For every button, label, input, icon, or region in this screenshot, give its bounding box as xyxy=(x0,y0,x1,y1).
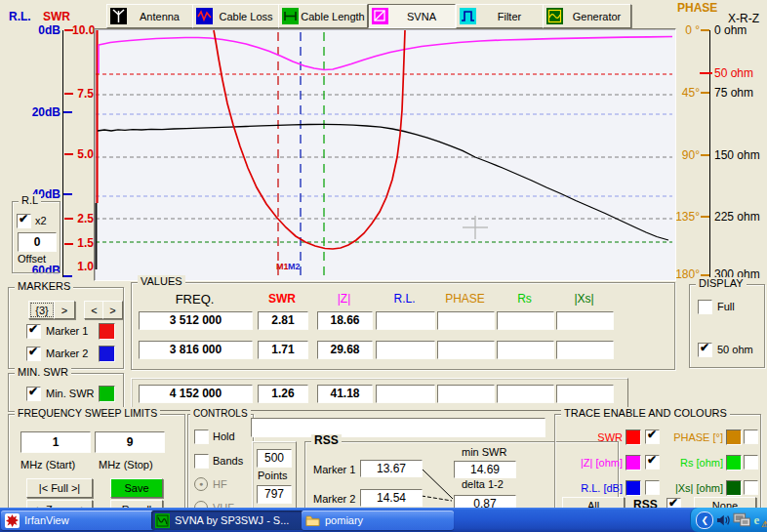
marker2-checkbox[interactable]: ✔ xyxy=(26,347,41,361)
marker2-label: Marker 2 xyxy=(46,348,88,359)
rss-delta-label: delta 1-2 xyxy=(462,478,504,490)
points-current-value: 797 xyxy=(257,485,292,504)
svna-button[interactable]: SVNA xyxy=(368,4,456,28)
antenna-button[interactable]: Antenna xyxy=(106,4,193,28)
trace-phase-label: PHASE [°] xyxy=(661,431,723,443)
volume-icon[interactable] xyxy=(716,513,731,527)
trace-rs-checkbox[interactable] xyxy=(744,455,758,470)
trace-group-title: TRACE ENABLE AND COLOURS xyxy=(561,407,730,420)
trace-rs-swatch[interactable] xyxy=(726,455,742,471)
trace-phase-swatch[interactable] xyxy=(726,430,742,445)
trace-swr-checkbox[interactable]: ✔ xyxy=(645,430,660,444)
display-50ohm-checkbox[interactable]: ✔ xyxy=(698,343,712,357)
trace-rl-swatch[interactable] xyxy=(626,480,641,496)
trace-z-checkbox[interactable]: ✔ xyxy=(645,455,660,470)
min-swr-freq-value: 4 152 000 xyxy=(139,385,253,403)
left-axis-line xyxy=(62,30,63,277)
marker1-rs-value xyxy=(497,311,554,330)
hold-label: Hold xyxy=(213,430,235,442)
right-ohm-labels-tick-label: 225 ohm xyxy=(714,210,760,224)
min-swr-rs-value xyxy=(497,385,554,403)
trace-xs-swatch[interactable] xyxy=(726,480,742,496)
trace-rs-label: Rs [ohm] xyxy=(661,457,723,469)
command-field[interactable] xyxy=(251,418,545,437)
antenna-button-label: Antenna xyxy=(127,11,192,22)
right-deg-labels-tick-label: 45° xyxy=(675,86,700,100)
values-header-swr: SWR xyxy=(258,292,306,306)
taskbar-item-irfanview[interactable]: IrfanView xyxy=(1,511,155,530)
min-swr-rl-value xyxy=(376,385,435,403)
right-axis-line xyxy=(709,30,710,277)
trace-swr-label: SWR xyxy=(564,431,623,443)
rss-marker2-value: 14.54 xyxy=(360,489,423,507)
rl-x2-checkbox[interactable]: ✔ xyxy=(17,214,31,228)
db-tick xyxy=(63,193,72,195)
cable-loss-button[interactable]: Cable Loss xyxy=(192,4,280,28)
min-swr-checkbox[interactable]: ✔ xyxy=(26,387,41,401)
trace-rl-label: R.L. [dB] xyxy=(564,482,623,494)
trace-xs-checkbox[interactable] xyxy=(744,480,758,495)
trace-xs-label: |Xs| [ohm] xyxy=(661,482,723,494)
svna-app-icon xyxy=(155,513,170,528)
generator-button[interactable]: Generator xyxy=(543,4,631,28)
filter-button[interactable]: Filter xyxy=(456,4,544,28)
marker2-color-swatch[interactable] xyxy=(99,346,115,362)
marker2-phase-value xyxy=(437,341,495,359)
marker2-rs-value xyxy=(497,341,554,359)
svna-button-label: SVNA xyxy=(388,11,455,22)
display-full-checkbox[interactable] xyxy=(698,300,712,314)
min-swr-z-value: 41.18 xyxy=(317,385,373,403)
marker1-rl-value xyxy=(376,311,435,330)
right-deg-labels-tick-label: 0 ° xyxy=(675,23,700,37)
left-db-labels-tick-label: 0dB xyxy=(27,23,61,37)
cable-length-button[interactable]: Cable Length xyxy=(278,4,368,28)
hf-radio[interactable]: ● xyxy=(194,477,208,491)
hold-checkbox[interactable] xyxy=(194,430,209,444)
min-swr-color-swatch[interactable] xyxy=(99,386,115,402)
taskbar-item-svna[interactable]: SVNA by SP3SWJ - S... xyxy=(151,511,303,530)
network-monitors-icon[interactable] xyxy=(733,512,751,527)
trace-z-swatch[interactable] xyxy=(626,455,641,471)
right-deg-labels-tick-label: 135° xyxy=(675,210,700,224)
bands-checkbox[interactable] xyxy=(194,454,209,469)
rl-offset-input[interactable] xyxy=(18,232,57,252)
trace-phase-checkbox[interactable] xyxy=(744,430,758,444)
plot-canvas: M1M2 xyxy=(95,29,673,278)
trace-group: TRACE ENABLE AND COLOURS SWR ✔ PHASE [°]… xyxy=(554,414,761,510)
marker-step-button[interactable]: > xyxy=(54,301,75,319)
marker1-color-swatch[interactable] xyxy=(99,323,115,340)
taskbar-item-pomiary[interactable]: pomiary xyxy=(302,511,454,530)
marker1-checkbox[interactable]: ✔ xyxy=(26,324,41,339)
sweep-stop-label: MHz (Stop) xyxy=(99,459,153,471)
marker-next-button[interactable]: > xyxy=(102,301,123,319)
rl-offset-group: R.L ✔ x2 Offset xyxy=(12,201,61,273)
sweep-start-input[interactable] xyxy=(20,431,91,453)
left-swr-labels-tick-label: 1.0 xyxy=(72,260,94,273)
marker1-swr-value: 2.81 xyxy=(258,311,308,330)
sweep-full-button[interactable]: |< Full >| xyxy=(26,478,93,498)
marker-label: M2 xyxy=(288,262,301,271)
min-swr-values-panel: 4 152 000 1.26 41.18 xyxy=(131,378,628,411)
min-swr-xs-value xyxy=(556,385,614,403)
svna-app-window: R.L. SWR Antenna Cable Loss Cable Length… xyxy=(0,0,767,532)
plot-area[interactable]: M1M2 xyxy=(94,28,676,281)
marker-count-button[interactable]: {3} xyxy=(28,301,56,319)
swr-curve xyxy=(214,30,405,249)
system-tray: ❮ e⚠ xyxy=(690,508,767,532)
min-swr-group: MIN. SWR ✔ Min. SWR xyxy=(8,373,124,412)
ie-warning-icon[interactable]: e⚠ xyxy=(753,512,767,527)
min-swr-swr-value: 1.26 xyxy=(258,385,308,403)
phase-axis-title: PHASE xyxy=(677,1,717,15)
sweep-stop-input[interactable] xyxy=(95,431,165,453)
rss-group-title: RSS xyxy=(311,434,342,447)
tray-collapse-chevron-icon[interactable]: ❮ xyxy=(696,512,713,529)
rl-offset-label: Offset xyxy=(18,253,46,265)
trace-rl-checkbox[interactable] xyxy=(645,480,660,495)
phase-tick xyxy=(701,216,709,218)
swr-tick xyxy=(64,243,73,245)
marker-prev-button[interactable]: < xyxy=(84,301,104,319)
sweep-save-button[interactable]: Save xyxy=(110,478,163,498)
trace-swr-swatch[interactable] xyxy=(626,430,641,445)
rss-min-swr-value: 14.69 xyxy=(454,461,516,478)
min-swr-group-title: MIN. SWR xyxy=(15,366,71,379)
